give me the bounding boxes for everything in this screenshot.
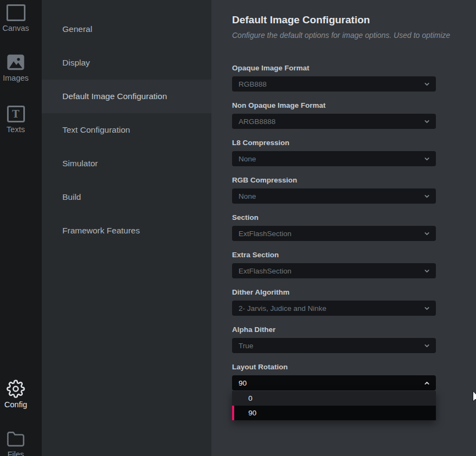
nav-item-general[interactable]: General: [42, 12, 211, 46]
sidebar-item-label: Canvas: [0, 24, 31, 33]
field-alpha-dither: Alpha Dither True: [232, 325, 436, 353]
nav-item-display[interactable]: Display: [42, 46, 211, 80]
select-value: 90: [239, 379, 247, 387]
chevron-down-icon: [423, 155, 430, 162]
chevron-up-icon: [423, 380, 430, 387]
nav-item-default-image-configuration[interactable]: Default Image Configuration: [42, 80, 211, 113]
chevron-down-icon: [423, 268, 430, 275]
select-value: None: [239, 192, 256, 200]
sidebar-item-label: Images: [0, 74, 31, 83]
nav-item-build[interactable]: Build: [42, 180, 211, 214]
field-dither-algorithm: Dither Algorithm 2- Jarvis, Judice and N…: [232, 288, 436, 316]
nav-item-framework-features[interactable]: Framework Features: [42, 214, 211, 247]
images-icon: [0, 53, 31, 72]
select-value: ExtFlashSection: [239, 230, 292, 238]
layout-rotation-select[interactable]: 90: [232, 375, 436, 390]
settings-form: Opaque Image Format RGB888 Non Opaque Im…: [232, 63, 436, 420]
l8-compression-select[interactable]: None: [232, 151, 436, 166]
field-label: RGB Compression: [232, 175, 436, 185]
field-label: Alpha Dither: [232, 325, 436, 334]
field-label: Non Opaque Image Format: [232, 101, 436, 110]
extra-section-select[interactable]: ExtFlashSection: [232, 263, 436, 278]
option-label: 0: [248, 394, 253, 402]
app-window: Canvas Images T Texts Co: [0, 0, 476, 456]
field-l8-compression: L8 Compression None: [232, 138, 436, 166]
alpha-dither-select[interactable]: True: [232, 338, 436, 353]
chevron-down-icon: [423, 305, 430, 312]
activity-bar: Canvas Images T Texts Co: [0, 0, 42, 456]
selected-option-marker: [232, 406, 234, 420]
field-opaque-image-format: Opaque Image Format RGB888: [232, 63, 436, 92]
field-label: Layout Rotation: [232, 362, 436, 372]
chevron-down-icon: [423, 193, 430, 200]
canvas-icon: [0, 3, 31, 22]
sidebar-item-texts[interactable]: T Texts: [0, 104, 31, 134]
texts-icon: T: [0, 104, 31, 123]
nav-item-simulator[interactable]: Simulator: [42, 147, 211, 180]
field-non-opaque-image-format: Non Opaque Image Format ARGB8888: [232, 101, 436, 129]
field-layout-rotation: Layout Rotation 90 0 90: [232, 362, 436, 420]
section-select[interactable]: ExtFlashSection: [232, 226, 436, 241]
chevron-down-icon: [423, 230, 430, 237]
field-label: Opaque Image Format: [232, 63, 436, 73]
page-subtitle: Configure the default options for image …: [232, 31, 476, 40]
chevron-down-icon: [423, 118, 430, 125]
gear-icon: [0, 379, 31, 399]
field-label: L8 Compression: [232, 138, 436, 147]
non-opaque-image-format-select[interactable]: ARGB8888: [232, 114, 436, 129]
field-extra-section: Extra Section ExtFlashSection: [232, 250, 436, 278]
layout-rotation-options: 0 90: [232, 391, 436, 420]
dither-algorithm-select[interactable]: 2- Jarvis, Judice and Ninke: [232, 301, 436, 316]
option-label: 90: [248, 409, 256, 417]
chevron-down-icon: [423, 81, 430, 88]
sidebar-item-label: Config: [0, 400, 31, 409]
sidebar-item-images[interactable]: Images: [0, 53, 31, 83]
nav-item-text-configuration[interactable]: Text Configuration: [42, 113, 211, 147]
dropdown-option-90[interactable]: 90: [232, 406, 436, 420]
sidebar-item-files[interactable]: Files: [0, 429, 31, 456]
opaque-image-format-select[interactable]: RGB888: [232, 76, 436, 92]
select-value: 2- Jarvis, Judice and Ninke: [239, 304, 326, 312]
field-label: Extra Section: [232, 250, 436, 259]
field-label: Section: [232, 213, 436, 222]
field-rgb-compression: RGB Compression None: [232, 175, 436, 204]
rgb-compression-select[interactable]: None: [232, 188, 436, 204]
field-section: Section ExtFlashSection: [232, 213, 436, 241]
sidebar-item-label: Texts: [0, 125, 31, 134]
sidebar-item-canvas[interactable]: Canvas: [0, 3, 31, 33]
field-label: Dither Algorithm: [232, 288, 436, 297]
select-value: None: [239, 155, 256, 163]
folder-icon: [0, 429, 31, 448]
main-content: Default Image Configuration Configure th…: [211, 0, 476, 456]
config-nav: General Display Default Image Configurat…: [42, 0, 211, 456]
dropdown-option-0[interactable]: 0: [232, 391, 436, 406]
page-title: Default Image Configuration: [232, 14, 476, 26]
select-value: ExtFlashSection: [239, 267, 292, 275]
select-value: RGB888: [239, 80, 267, 88]
chevron-down-icon: [423, 342, 430, 349]
select-value: ARGB8888: [239, 118, 275, 126]
select-value: True: [239, 342, 253, 350]
sidebar-item-config[interactable]: Config: [0, 379, 31, 409]
sidebar-item-label: Files: [0, 450, 31, 456]
